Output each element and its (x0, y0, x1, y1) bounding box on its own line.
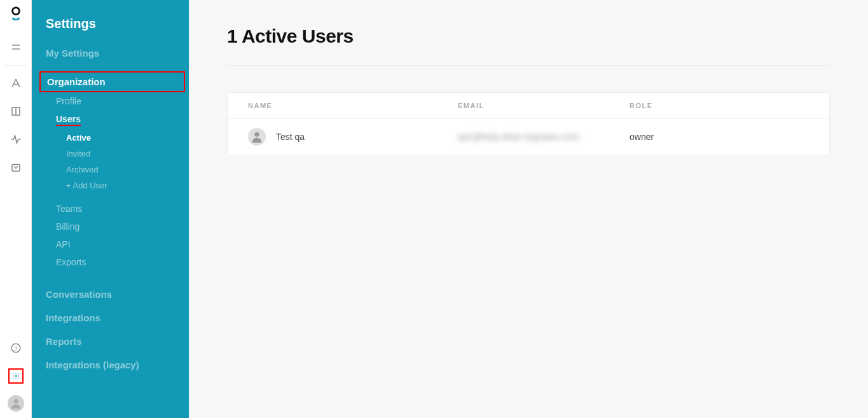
sidebar-item-profile[interactable]: Profile (32, 92, 189, 110)
library-icon[interactable] (8, 104, 24, 119)
table-header: NAME EMAIL ROLE (228, 93, 829, 119)
sidebar-item-organization[interactable]: Organization (39, 71, 185, 92)
avatar[interactable] (8, 395, 24, 412)
sidebar-title: Settings (32, 11, 189, 41)
main-content: 1 Active Users NAME EMAIL ROLE Test qa q… (189, 0, 868, 418)
help-icon[interactable]: ? (8, 340, 24, 356)
svg-point-9 (13, 399, 18, 403)
col-header-email: EMAIL (458, 102, 630, 109)
users-label: Users (56, 114, 81, 126)
sidebar-item-add-user[interactable]: + Add User (32, 178, 189, 193)
cell-role: owner (630, 132, 809, 142)
users-table: NAME EMAIL ROLE Test qa qa1@help-desk-mi… (227, 92, 830, 155)
page-title: 1 Active Users (227, 25, 830, 47)
avatar-icon (248, 128, 266, 146)
sidebar-item-users-invited[interactable]: Invited (32, 146, 189, 162)
sidebar-item-users-archived[interactable]: Archived (32, 162, 189, 178)
sidebar-item-integrations[interactable]: Integrations (32, 306, 189, 330)
sidebar-item-my-settings[interactable]: My Settings (32, 41, 189, 65)
cell-email: qa1@help-desk-migration.com (458, 132, 630, 142)
settings-sidebar: Settings My Settings Organization Profil… (32, 0, 189, 418)
user-name: Test qa (276, 132, 305, 142)
svg-point-0 (12, 8, 19, 15)
sidebar-item-reports[interactable]: Reports (32, 330, 189, 353)
col-header-name: NAME (248, 102, 458, 109)
sidebar-item-integrations-legacy[interactable]: Integrations (legacy) (32, 353, 189, 377)
svg-point-10 (254, 132, 259, 137)
col-header-role: ROLE (630, 102, 809, 109)
gear-icon[interactable] (8, 368, 24, 384)
assist-icon[interactable] (8, 76, 24, 91)
menu-icon[interactable] (8, 39, 24, 55)
sidebar-item-exports[interactable]: Exports (32, 253, 189, 271)
svg-point-8 (15, 375, 17, 377)
sidebar-item-billing[interactable]: Billing (32, 218, 189, 235)
sidebar-item-conversations[interactable]: Conversations (32, 282, 189, 306)
sidebar-item-users[interactable]: Users (32, 110, 189, 130)
svg-text:?: ? (14, 345, 17, 352)
rail-bottom: ? (0, 334, 31, 412)
rail-divider (4, 65, 26, 66)
cell-name: Test qa (248, 128, 458, 146)
sidebar-item-users-active[interactable]: Active (32, 130, 189, 146)
icon-rail: ? (0, 0, 32, 418)
title-divider (227, 65, 830, 66)
activity-icon[interactable] (8, 132, 24, 147)
brand-logo (9, 6, 23, 20)
sidebar-item-api[interactable]: API (32, 235, 189, 253)
table-row[interactable]: Test qa qa1@help-desk-migration.com owne… (228, 119, 829, 155)
sidebar-item-teams[interactable]: Teams (32, 200, 189, 218)
inbox-icon[interactable] (8, 160, 24, 175)
user-email: qa1@help-desk-migration.com (458, 132, 579, 142)
